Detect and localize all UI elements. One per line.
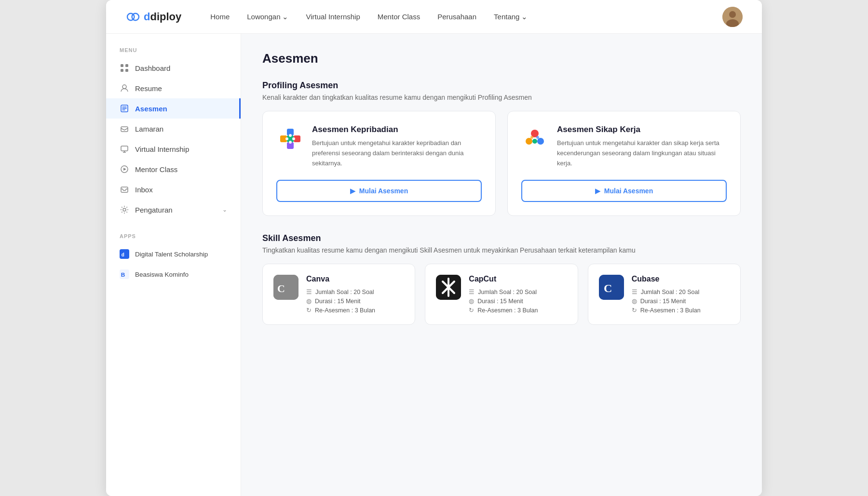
sikap-kerja-icon-wrap: [521, 125, 548, 152]
sidebar-item-inbox[interactable]: Inbox: [106, 179, 241, 200]
browser-window: ddiploy Home Lowongan ⌄ Virtual Internsh…: [106, 0, 762, 496]
svg-point-32: [537, 138, 544, 145]
apps-section: APPS d Digital Talent Scholarship: [106, 233, 241, 284]
lamaran-icon: [120, 124, 129, 134]
cubase-logo: C: [599, 275, 624, 300]
kepribadian-icon-wrap: [276, 125, 303, 152]
sidebar-item-resume[interactable]: Resume: [106, 78, 241, 98]
capcut-name: CapCut: [469, 275, 538, 283]
skill-section-desc: Tingkatkan kualitas resume kamu dengan m…: [262, 246, 741, 254]
puzzle-icon: [276, 125, 303, 152]
clock-icon: ◍: [306, 297, 312, 305]
sidebar-virtual-internship-label: Virtual Internship: [135, 145, 189, 153]
capcut-logo: [436, 275, 461, 300]
svg-point-34: [530, 136, 533, 139]
capcut-meta: ☰ Jumlah Soal : 20 Soal ◍ Durasi : 15 Me…: [469, 288, 538, 314]
clock-icon: ◍: [632, 297, 637, 305]
nav-virtual-internship[interactable]: Virtual Internship: [306, 13, 360, 21]
list-icon: ☰: [306, 288, 312, 295]
svg-point-29: [289, 141, 292, 144]
sidebar-item-beasiswa-kominfo[interactable]: B Beasiswa Kominfo: [106, 264, 241, 284]
cubase-meta: ☰ Jumlah Soal : 20 Soal ◍ Durasi : 15 Me…: [632, 288, 701, 314]
avatar-image: [722, 7, 743, 27]
asesmen-icon: [120, 104, 129, 113]
sidebar-item-digital-talent[interactable]: d Digital Talent Scholarship: [106, 244, 241, 264]
logo[interactable]: ddiploy: [125, 9, 181, 25]
list-icon: ☰: [469, 288, 475, 295]
sikap-kerja-info: Asesmen Sikap Kerja Bertujuan untuk meng…: [557, 125, 727, 168]
play-icon: ▶: [350, 187, 355, 195]
logo-icon: [125, 9, 141, 25]
svg-point-27: [289, 134, 292, 137]
resume-icon: [120, 83, 129, 93]
nav-tentang[interactable]: Tentang ⌄: [494, 13, 528, 21]
apps-label: APPS: [106, 233, 241, 239]
profiling-section: Profiling Asesmen Kenali karakter dan ti…: [262, 80, 741, 216]
cubase-name: Cubase: [632, 275, 701, 283]
cubase-jumlah-soal: ☰ Jumlah Soal : 20 Soal: [632, 288, 701, 295]
chevron-down-icon: ⌄: [222, 206, 227, 213]
profiling-cards-row: Asesmen Kepribadian Bertujuan untuk meng…: [262, 111, 741, 216]
canva-logo: C: [273, 275, 298, 300]
nav-home[interactable]: Home: [210, 13, 230, 21]
svg-rect-8: [125, 69, 128, 72]
sikap-kerja-start-button[interactable]: ▶ Mulai Asesmen: [521, 180, 727, 202]
kepribadian-start-button[interactable]: ▶ Mulai Asesmen: [276, 180, 482, 202]
sidebar-item-mentor-class[interactable]: Mentor Class: [106, 159, 241, 179]
kepribadian-card-desc: Bertujuan untuk mengetahui karakter kepr…: [312, 138, 482, 168]
canva-meta: ☰ Jumlah Soal : 20 Soal ◍ Durasi : 15 Me…: [306, 288, 375, 314]
svg-rect-15: [121, 187, 128, 192]
capcut-info: CapCut ☰ Jumlah Soal : 20 Soal ◍ Durasi …: [469, 275, 538, 314]
svg-point-9: [122, 85, 126, 89]
svg-rect-7: [121, 69, 123, 72]
sikap-kerja-card-title: Asesmen Sikap Kerja: [557, 125, 727, 134]
chevron-down-icon: ⌄: [521, 13, 528, 21]
skill-section: Skill Asesmen Tingkatkan kualitas resume…: [262, 233, 741, 325]
sidebar-inbox-label: Inbox: [135, 186, 153, 194]
svg-text:B: B: [121, 271, 125, 278]
sidebar: MENU Dashboard Resume Asesmen: [106, 34, 241, 496]
sidebar-asesmen-label: Asesmen: [135, 105, 167, 113]
canva-jumlah-soal: ☰ Jumlah Soal : 20 Soal: [306, 288, 375, 295]
mentor-class-icon: [120, 164, 129, 174]
svg-point-26: [285, 137, 288, 140]
nav-lowongan[interactable]: Lowongan ⌄: [247, 13, 288, 21]
beasiswa-kominfo-icon: B: [120, 269, 129, 279]
skill-section-title: Skill Asesmen: [262, 233, 741, 243]
svg-point-33: [532, 139, 537, 144]
sidebar-item-virtual-internship[interactable]: Virtual Internship: [106, 139, 241, 159]
refresh-icon: ↻: [632, 307, 637, 314]
nav-perusahaan[interactable]: Perusahaan: [437, 13, 476, 21]
dashboard-icon: [120, 63, 129, 73]
sidebar-item-lamaran[interactable]: Lamaran: [106, 119, 241, 139]
avatar[interactable]: [722, 7, 743, 27]
sidebar-item-asesmen[interactable]: Asesmen: [106, 98, 241, 119]
kepribadian-card-title: Asesmen Kepribadian: [312, 125, 482, 134]
nav-links: Home Lowongan ⌄ Virtual Internship Mento…: [210, 13, 722, 21]
sidebar-beasiswa-kominfo-label: Beasiswa Kominfo: [135, 271, 189, 278]
clock-icon: ◍: [469, 297, 474, 305]
svg-text:C: C: [604, 282, 612, 295]
inbox-icon: [120, 185, 129, 194]
sikap-kerja-card: Asesmen Sikap Kerja Bertujuan untuk meng…: [507, 111, 741, 216]
chevron-down-icon: ⌄: [282, 13, 288, 21]
canva-re-asesmen: ↻ Re-Asesmen : 3 Bulan: [306, 307, 375, 314]
capcut-re-asesmen: ↻ Re-Asesmen : 3 Bulan: [469, 307, 538, 314]
sidebar-digital-talent-label: Digital Talent Scholarship: [135, 251, 208, 258]
svg-marker-14: [123, 168, 126, 171]
attitude-icon: [521, 125, 548, 152]
list-icon: ☰: [632, 288, 637, 295]
svg-point-3: [729, 11, 736, 18]
sidebar-dashboard-label: Dashboard: [135, 64, 170, 72]
page-title: Asesmen: [262, 51, 741, 66]
svg-point-31: [526, 138, 532, 145]
sidebar-item-dashboard[interactable]: Dashboard: [106, 58, 241, 78]
svg-rect-6: [125, 64, 128, 67]
sikap-kerja-card-top: Asesmen Sikap Kerja Bertujuan untuk meng…: [521, 125, 727, 168]
svg-point-1: [132, 13, 139, 20]
logo-text: ddiploy: [144, 11, 181, 23]
nav-mentor-class[interactable]: Mentor Class: [378, 13, 420, 21]
svg-text:C: C: [277, 282, 285, 295]
sidebar-item-pengaturan[interactable]: Pengaturan ⌄: [106, 200, 241, 220]
capcut-jumlah-soal: ☰ Jumlah Soal : 20 Soal: [469, 288, 538, 295]
